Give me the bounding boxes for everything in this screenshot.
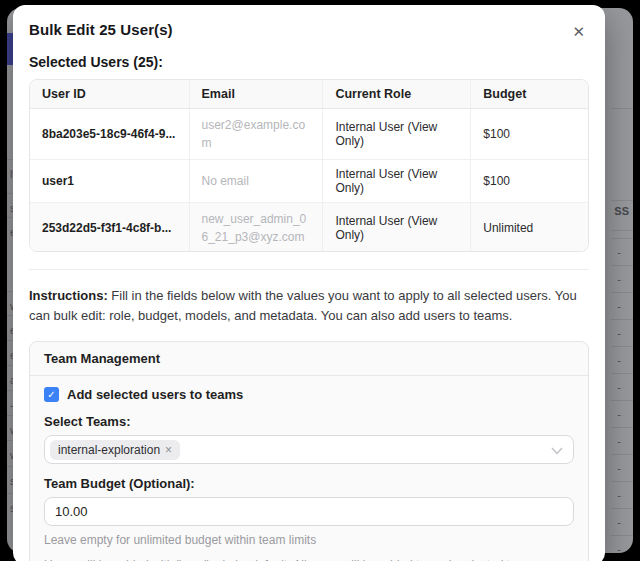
cell-budget: Unlimited	[471, 203, 588, 253]
selected-users-table: User IDEmailCurrent RoleBudget 8ba203e5-…	[29, 79, 589, 252]
column-header: Current Role	[323, 80, 471, 109]
underlying-cell-dash: -	[617, 489, 621, 501]
underlying-row-line	[611, 454, 633, 455]
cell-email: No email	[189, 160, 323, 203]
underlying-cell-dash: -	[617, 354, 621, 366]
underlying-cell-dash: -	[617, 435, 621, 447]
underlying-cell-dash: -	[617, 273, 621, 285]
underlying-row-line	[611, 346, 633, 347]
underlying-row-line	[611, 230, 633, 231]
underlying-row-line	[611, 400, 633, 401]
underlying-sso-column-header: SS	[614, 205, 629, 217]
cell-role: Internal User (View Only)	[323, 203, 471, 253]
teams-multiselect[interactable]: internal-exploration ×	[44, 435, 574, 464]
team-management-title: Team Management	[30, 342, 588, 376]
cell-budget: $100	[471, 160, 588, 203]
cell-user-id: 253d22d5-f3f1-4c8f-b...	[30, 203, 189, 253]
section-divider	[29, 269, 589, 270]
cell-email: user2@example.com	[189, 109, 323, 160]
underlying-row-line	[611, 200, 633, 201]
add-users-to-teams-row[interactable]: ✓ Add selected users to teams	[44, 387, 574, 402]
chevron-down-icon	[551, 441, 563, 459]
underlying-cell-dash: -	[617, 462, 621, 474]
cell-budget: $100	[471, 109, 588, 160]
underlying-row-line	[611, 427, 633, 428]
table-body: 8ba203e5-18c9-46f4-9...user2@example.com…	[30, 109, 588, 253]
underlying-cell-dash: -	[617, 246, 621, 258]
underlying-row-line	[611, 373, 633, 374]
table-header-row: User IDEmailCurrent RoleBudget	[30, 80, 588, 109]
cell-user-id: user1	[30, 160, 189, 203]
underlying-cell-dash: -	[617, 516, 621, 528]
underlying-row-line	[611, 265, 633, 266]
bulk-edit-modal: Bulk Edit 25 User(s) ✕ Selected Users (2…	[13, 5, 605, 561]
checkmark-icon: ✓	[47, 389, 55, 400]
team-budget-label: Team Budget (Optional):	[44, 476, 574, 491]
column-header: User ID	[30, 80, 189, 109]
underlying-cell-dash: -	[617, 381, 621, 393]
underlying-row-line	[611, 481, 633, 482]
column-header: Budget	[471, 80, 588, 109]
cell-user-id: 8ba203e5-18c9-46f4-9...	[30, 109, 189, 160]
underlying-cell-dash: -	[617, 300, 621, 312]
underlying-row-line	[611, 108, 633, 109]
table-row: user1No emailInternal User (View Only)$1…	[30, 160, 588, 203]
selected-users-label: Selected Users (25):	[29, 54, 589, 70]
underlying-row-line	[611, 319, 633, 320]
selected-team-tag: internal-exploration ×	[50, 440, 180, 460]
column-header: Email	[189, 80, 323, 109]
team-management-section: Team Management ✓ Add selected users to …	[29, 341, 589, 561]
underlying-cell-dash: -	[617, 408, 621, 420]
cell-role: Internal User (View Only)	[323, 160, 471, 203]
modal-header: Bulk Edit 25 User(s) ✕	[29, 21, 589, 41]
close-icon[interactable]: ✕	[568, 22, 589, 41]
remove-tag-icon[interactable]: ×	[165, 443, 172, 457]
team-management-body: ✓ Add selected users to teams Select Tea…	[30, 376, 588, 561]
team-budget-input[interactable]	[44, 497, 574, 526]
cell-role: Internal User (View Only)	[323, 109, 471, 160]
modal-title: Bulk Edit 25 User(s)	[29, 21, 173, 38]
add-users-checkbox-label: Add selected users to teams	[67, 387, 243, 402]
table-row: 253d22d5-f3f1-4c8f-b...new_user_admin_06…	[30, 203, 588, 253]
underlying-row-line	[611, 238, 633, 239]
add-users-checkbox[interactable]: ✓	[44, 387, 59, 402]
table-row: 8ba203e5-18c9-46f4-9...user2@example.com…	[30, 109, 588, 160]
instructions-label: Instructions:	[29, 288, 108, 303]
select-teams-label: Select Teams:	[44, 414, 574, 429]
team-tag-label: internal-exploration	[58, 443, 160, 457]
budget-helper-text: Leave empty for unlimited budget within …	[44, 533, 574, 547]
underlying-cell-dash: -	[617, 327, 621, 339]
underlying-row-line	[611, 292, 633, 293]
underlying-cell-dash: -	[617, 543, 621, 553]
underlying-row-line	[611, 508, 633, 509]
cell-email: new_user_admin_06_21_p3@xyz.com	[189, 203, 323, 253]
underlying-row-line	[611, 535, 633, 536]
instructions-text: Instructions: Fill in the fields below w…	[29, 286, 589, 326]
